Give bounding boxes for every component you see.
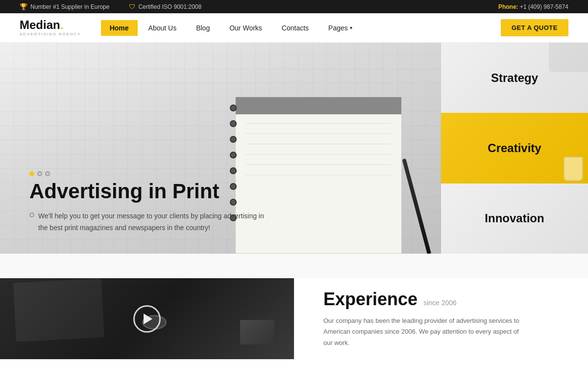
supplier-text: Number #1 Supplier in Europe xyxy=(30,3,109,10)
logo-tagline: ADVERTISING AGENCY xyxy=(20,32,81,36)
side-panel-strategy[interactable]: Strategy xyxy=(441,43,588,113)
laptop-corner-deco xyxy=(549,43,588,72)
iso-badge: 🛡 Certified ISO 9001:2008 xyxy=(129,3,201,10)
nav-about[interactable]: About Us xyxy=(140,20,186,36)
nav-contacts[interactable]: Contacts xyxy=(273,20,318,36)
play-button[interactable] xyxy=(133,305,161,333)
phone-info: Phone: +1 (409) 987-5874 xyxy=(498,3,568,10)
slide-indicators xyxy=(29,171,412,176)
side-panel-creativity[interactable]: Creativity xyxy=(441,113,588,183)
logo[interactable]: Median. ADVERTISING AGENCY xyxy=(20,19,81,36)
hero-section: Advertising in Print We'll help you to g… xyxy=(0,43,588,254)
side-panel-innovation[interactable]: Innovation xyxy=(441,184,588,254)
bottom-section: Experience since 2006 Our company has be… xyxy=(0,278,588,359)
nav-works[interactable]: Our Works xyxy=(220,20,271,36)
shield-icon: 🛡 xyxy=(129,3,135,10)
experience-since: since 2006 xyxy=(423,299,457,307)
header: Median. ADVERTISING AGENCY Home About Us… xyxy=(0,13,588,43)
get-quote-button[interactable]: GET A QUOTE xyxy=(501,19,568,36)
experience-title: Experience since 2006 xyxy=(323,289,559,310)
creativity-label: Creativity xyxy=(488,141,541,155)
logo-name: Median. xyxy=(20,19,81,31)
section-divider xyxy=(0,254,588,278)
hero-main: Advertising in Print We'll help you to g… xyxy=(0,43,441,254)
play-icon xyxy=(144,314,152,324)
hero-content: Advertising in Print We'll help you to g… xyxy=(29,171,412,234)
nav-blog[interactable]: Blog xyxy=(187,20,219,36)
video-section xyxy=(0,278,294,359)
hero-title: Advertising in Print xyxy=(29,180,412,203)
supplier-badge: 🏆 Number #1 Supplier in Europe xyxy=(20,3,109,10)
coffee-cup-deco xyxy=(564,157,583,181)
bullet-icon xyxy=(29,212,34,217)
top-bar: 🏆 Number #1 Supplier in Europe 🛡 Certifi… xyxy=(0,0,588,13)
hero-side-panels: Strategy Creativity Innovation xyxy=(441,43,588,254)
innovation-label: Innovation xyxy=(485,211,544,225)
phone-number: +1 (409) 987-5874 xyxy=(520,3,568,10)
nav-pages[interactable]: Pages ▾ xyxy=(319,20,361,36)
slide-dot-2[interactable] xyxy=(37,171,42,176)
slide-dot-1[interactable] xyxy=(29,171,34,176)
chevron-down-icon: ▾ xyxy=(350,25,352,30)
slide-dot-3[interactable] xyxy=(45,171,50,176)
trophy-icon: 🏆 xyxy=(20,3,27,10)
nav-home[interactable]: Home xyxy=(101,20,138,36)
camera-deco xyxy=(240,320,274,344)
main-nav: Home About Us Blog Our Works Contacts Pa… xyxy=(101,20,501,36)
strategy-label: Strategy xyxy=(491,71,538,85)
tablet-deco xyxy=(13,278,104,342)
iso-text: Certified ISO 9001:2008 xyxy=(138,3,201,10)
experience-description: Our company has been the leading provide… xyxy=(323,315,519,348)
hero-description: We'll help you to get your message to yo… xyxy=(29,210,265,234)
hero-desc-text: We'll help you to get your message to yo… xyxy=(38,210,265,234)
experience-section: Experience since 2006 Our company has be… xyxy=(294,278,588,359)
phone-label: Phone: xyxy=(498,3,518,10)
